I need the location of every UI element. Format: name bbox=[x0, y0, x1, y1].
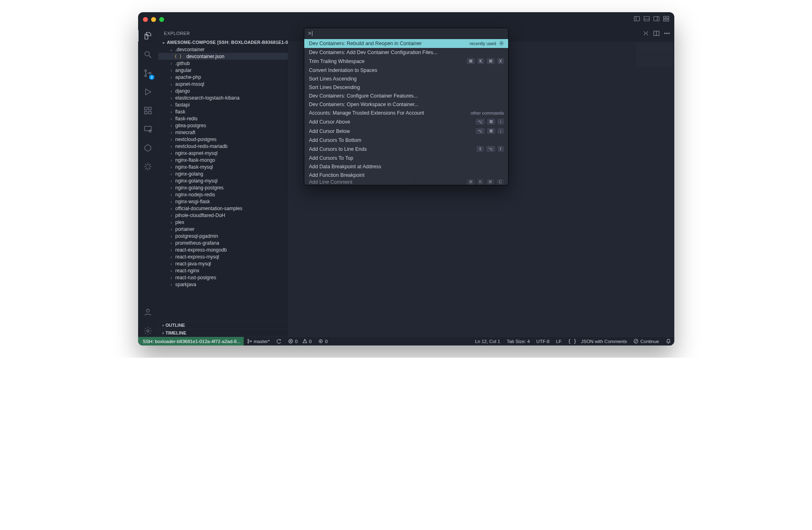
palette-item[interactable]: Add Cursor Above⌥⌘↑ bbox=[304, 117, 508, 126]
tree-folder[interactable]: ›plex bbox=[158, 219, 288, 226]
palette-item[interactable]: Convert Indentation to Spaces bbox=[304, 66, 508, 74]
tree-folder[interactable]: ›prometheus-grafana bbox=[158, 239, 288, 246]
layout-toggle-right-icon[interactable] bbox=[653, 15, 660, 23]
palette-item[interactable]: Sort Lines Descending bbox=[304, 83, 508, 91]
tree-folder[interactable]: ›nginx-golang-mysql bbox=[158, 177, 288, 184]
language-mode[interactable]: { } JSON with Comments bbox=[565, 339, 630, 344]
palette-item[interactable]: Dev Containers: Rebuild and Reopen in Co… bbox=[304, 39, 508, 48]
tree-folder[interactable]: ›nginx-golang bbox=[158, 170, 288, 177]
file-devcontainer-json[interactable]: { } devcontainer.json bbox=[158, 53, 288, 60]
gear-icon[interactable] bbox=[499, 41, 504, 47]
tree-label: aspnet-mssql bbox=[175, 81, 204, 87]
eol[interactable]: LF bbox=[553, 339, 565, 344]
source-control-icon[interactable]: 2 bbox=[142, 67, 154, 79]
tree-label: react-express-mysql bbox=[175, 254, 219, 260]
run-debug-icon[interactable] bbox=[142, 86, 154, 98]
tree-folder[interactable]: ›portainer bbox=[158, 226, 288, 232]
palette-item[interactable]: Accounts: Manage Trusted Extensions For … bbox=[304, 109, 508, 117]
palette-item[interactable]: Add Cursors to Line Ends⇧⌥I bbox=[304, 144, 508, 154]
remote-explorer-icon[interactable] bbox=[142, 124, 154, 135]
tree-folder[interactable]: ›elasticsearch-logstash-kibana bbox=[158, 94, 288, 101]
tree-folder[interactable]: ›nextcloud-redis-mariadb bbox=[158, 143, 288, 150]
palette-item[interactable]: Dev Containers: Open Workspace in Contai… bbox=[304, 100, 508, 109]
more-icon[interactable] bbox=[664, 30, 670, 38]
outline-section[interactable]: ›OUTLINE bbox=[158, 321, 288, 329]
tree-folder[interactable]: ›react-java-mysql bbox=[158, 260, 288, 267]
svg-rect-8 bbox=[663, 19, 665, 21]
tree-folder[interactable]: ›django bbox=[158, 87, 288, 94]
tree-folder[interactable]: ›angular bbox=[158, 67, 288, 74]
svg-point-31 bbox=[247, 339, 249, 341]
account-icon[interactable] bbox=[142, 306, 154, 318]
palette-item[interactable]: Add Cursors To Top bbox=[304, 154, 508, 162]
problems[interactable]: 0 0 bbox=[285, 339, 315, 344]
git-branch[interactable]: master* bbox=[244, 339, 273, 344]
tree-folder[interactable]: ›react-rust-postgres bbox=[158, 274, 288, 281]
folder-devcontainer[interactable]: ⌄.devcontainer bbox=[158, 46, 288, 53]
file-tree[interactable]: ⌄.devcontainer { } devcontainer.json ›.g… bbox=[158, 46, 288, 321]
remote-status[interactable]: SSH: boxloader-b83681e1-012a-4f72-a2ad-8… bbox=[138, 337, 244, 345]
extensions-icon[interactable] bbox=[142, 105, 154, 116]
tree-folder[interactable]: ›nextcloud-postgres bbox=[158, 136, 288, 143]
tree-folder[interactable]: ›aspnet-mssql bbox=[158, 80, 288, 87]
tree-folder[interactable]: ›nginx-wsgi-flask bbox=[158, 198, 288, 205]
encoding[interactable]: UTF-8 bbox=[533, 339, 553, 344]
palette-item[interactable]: Add Function Breakpoint bbox=[304, 171, 508, 179]
tree-folder[interactable]: ›fastapi bbox=[158, 101, 288, 108]
fullscreen-window-icon[interactable] bbox=[159, 17, 164, 22]
tree-label: sparkjava bbox=[175, 282, 196, 287]
tree-folder[interactable]: ›postgresql-pgadmin bbox=[158, 232, 288, 239]
palette-item[interactable]: Add Line Comment⌘K⌘C bbox=[304, 179, 508, 185]
tree-folder[interactable]: ›apache-php bbox=[158, 74, 288, 80]
indentation[interactable]: Tab Size: 4 bbox=[503, 339, 533, 344]
close-window-icon[interactable] bbox=[143, 17, 148, 22]
spark-icon[interactable] bbox=[142, 161, 154, 172]
search-icon[interactable] bbox=[142, 49, 154, 60]
tree-folder[interactable]: ›react-nginx bbox=[158, 267, 288, 274]
explorer-sidebar: EXPLORER ⌄AWESOME-COMPOSE [SSH: BOXLOADE… bbox=[158, 27, 288, 337]
project-root[interactable]: ⌄AWESOME-COMPOSE [SSH: BOXLOADER-B83681E… bbox=[158, 38, 288, 46]
tree-folder[interactable]: ›flask-redis bbox=[158, 115, 288, 122]
layout-toggle-left-icon[interactable] bbox=[634, 15, 640, 23]
tree-folder[interactable]: ›nginx-golang-postgres bbox=[158, 184, 288, 191]
layout-toggle-bottom-icon[interactable] bbox=[643, 15, 650, 23]
explorer-icon[interactable] bbox=[142, 30, 154, 41]
tree-folder[interactable]: ›minecraft bbox=[158, 129, 288, 136]
tree-folder[interactable]: ›sparkjava bbox=[158, 281, 288, 288]
tree-folder[interactable]: ›nginx-flask-mysql bbox=[158, 163, 288, 170]
palette-item[interactable]: Add Cursors To Bottom bbox=[304, 136, 508, 144]
tree-folder[interactable]: ›react-express-mongodb bbox=[158, 246, 288, 253]
compare-icon[interactable] bbox=[643, 30, 649, 38]
tree-folder[interactable]: ›nginx-nodejs-redis bbox=[158, 191, 288, 198]
hexagon-icon[interactable] bbox=[142, 142, 154, 154]
tree-folder[interactable]: ›official-documentation-samples bbox=[158, 205, 288, 212]
notifications-icon[interactable] bbox=[663, 339, 674, 344]
command-palette-input[interactable]: > bbox=[304, 28, 508, 39]
layout-customize-icon[interactable] bbox=[663, 15, 669, 23]
palette-item[interactable]: Sort Lines Ascending bbox=[304, 74, 508, 83]
minimize-window-icon[interactable] bbox=[151, 17, 156, 22]
svg-point-12 bbox=[145, 70, 147, 72]
palette-item[interactable]: Trim Trailing Whitespace⌘K⌘X bbox=[304, 56, 508, 66]
tree-folder[interactable]: ›pihole-cloudflared-DoH bbox=[158, 212, 288, 219]
palette-item[interactable]: Add Data Breakpoint at Address bbox=[304, 162, 508, 171]
sync-status[interactable] bbox=[273, 339, 285, 344]
tree-folder[interactable]: ›nginx-aspnet-mysql bbox=[158, 150, 288, 156]
split-editor-icon[interactable] bbox=[653, 30, 660, 38]
settings-gear-icon[interactable] bbox=[142, 325, 154, 337]
tree-folder[interactable]: ›nginx-flask-mongo bbox=[158, 156, 288, 163]
cursor-position[interactable]: Ln 12, Col 1 bbox=[472, 339, 503, 344]
continue-button[interactable]: Continue bbox=[630, 339, 662, 344]
ports[interactable]: 0 bbox=[315, 339, 331, 344]
palette-item-label: Sort Lines Ascending bbox=[309, 76, 357, 82]
palette-item[interactable]: Add Cursor Below⌥⌘↓ bbox=[304, 126, 508, 136]
tree-folder[interactable]: ›gitea-postgres bbox=[158, 122, 288, 129]
minimap[interactable] bbox=[636, 43, 673, 67]
palette-item-label: Dev Containers: Rebuild and Reopen in Co… bbox=[309, 41, 422, 46]
tree-folder[interactable]: ›react-express-mysql bbox=[158, 253, 288, 260]
timeline-section[interactable]: ›TIMELINE bbox=[158, 329, 288, 337]
palette-item[interactable]: Dev Containers: Configure Container Feat… bbox=[304, 91, 508, 100]
folder-github[interactable]: ›.github bbox=[158, 60, 288, 67]
palette-item[interactable]: Dev Containers: Add Dev Container Config… bbox=[304, 48, 508, 56]
tree-folder[interactable]: ›flask bbox=[158, 108, 288, 115]
